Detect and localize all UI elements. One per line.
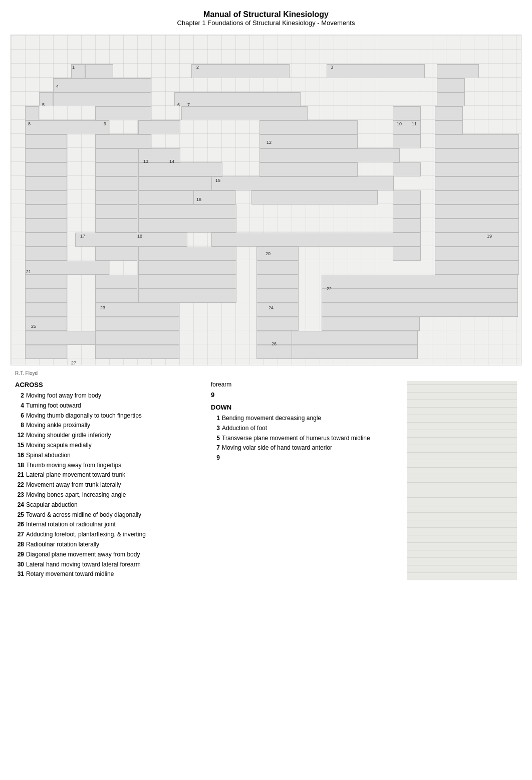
crossword-puzzle: 1 2 3 4 5 6 7 8 9 10 11 12 13 14 15 16 1… xyxy=(11,35,521,365)
across-clue-8: 8Moving ankle proximally xyxy=(15,421,201,430)
cell-cluster xyxy=(327,64,425,78)
cell-cluster xyxy=(256,289,299,303)
cell-cluster xyxy=(322,303,518,317)
cell-cluster xyxy=(95,134,151,148)
cn-11: 11 xyxy=(412,122,417,126)
clue-text: Movement away from trunk laterally xyxy=(26,481,201,489)
cell-cluster xyxy=(85,64,113,78)
down-heading: DOWN xyxy=(211,404,397,411)
cell-cluster xyxy=(181,106,308,120)
cell-cluster xyxy=(95,205,137,219)
cell-cluster xyxy=(95,303,179,317)
cn-2: 2 xyxy=(196,65,199,70)
clue-number: 1 xyxy=(211,414,220,423)
cell-cluster xyxy=(393,162,421,176)
clue-number: 24 xyxy=(15,501,24,509)
cell-cluster xyxy=(174,92,301,106)
cell-cluster xyxy=(437,78,465,92)
cell-cluster xyxy=(95,275,137,289)
clue-text: Toward & across midline of body diagonal… xyxy=(26,511,201,519)
down-column: forearm 9 DOWN 1Bending movement decreas… xyxy=(211,381,397,580)
cell-cluster xyxy=(259,162,358,176)
clue-number: 4 xyxy=(15,402,24,410)
clue-text: Lateral hand moving toward lateral forea… xyxy=(26,560,201,569)
cell-cluster xyxy=(393,219,421,233)
across-clue-15: 15Moving scapula medially xyxy=(15,441,201,450)
cell-cluster xyxy=(256,303,299,317)
across-clue-27: 27Adducting forefoot, plantarflexing, & … xyxy=(15,530,201,539)
across-clue-2: 2Moving foot away from body xyxy=(15,392,201,400)
cell-cluster xyxy=(25,219,67,233)
cn-17: 17 xyxy=(80,234,85,239)
cn-23: 23 xyxy=(100,306,105,310)
clue-text: Turning foot outward xyxy=(26,402,201,410)
cell-cluster xyxy=(25,190,67,205)
cell-cluster xyxy=(138,162,222,176)
cell-cluster xyxy=(25,303,67,317)
cell-cluster xyxy=(25,289,67,303)
cn-9: 9 xyxy=(104,122,106,126)
across-clue-16: 16Spinal abduction xyxy=(15,451,201,460)
across-clue-4: 4Turning foot outward xyxy=(15,402,201,410)
down-clue-1: 1Bending movement decreasing angle xyxy=(211,414,397,423)
across-clue-30: 30Lateral hand moving toward lateral for… xyxy=(15,560,201,569)
clue-number: 30 xyxy=(15,560,24,569)
cn-19: 19 xyxy=(487,234,492,239)
down-clue-5: 5Transverse plane movement of humerus to… xyxy=(211,434,397,443)
cell-cluster xyxy=(393,190,421,205)
cell-cluster xyxy=(25,176,67,190)
cell-cluster xyxy=(437,64,479,78)
across-clue-18: 18Thumb moving away from fingertips xyxy=(15,461,201,470)
clue-number: 21 xyxy=(15,471,24,479)
clue-text: Bending movement decreasing angle xyxy=(222,414,397,423)
cell-cluster xyxy=(138,120,180,134)
cell-cluster xyxy=(292,331,418,345)
clue-number: 18 xyxy=(15,461,24,470)
cn-13: 13 xyxy=(143,159,148,164)
cell-cluster xyxy=(393,134,421,148)
cell-cluster xyxy=(39,92,53,106)
cn-16: 16 xyxy=(196,198,201,202)
cn-10: 10 xyxy=(397,122,402,126)
down-clues-list: 1Bending movement decreasing angle3Adduc… xyxy=(211,414,397,462)
cell-cluster xyxy=(95,190,137,205)
cell-cluster xyxy=(259,148,400,162)
cell-cluster xyxy=(25,205,67,219)
cell-cluster xyxy=(138,176,222,190)
cell-cluster xyxy=(25,134,67,148)
cell-cluster xyxy=(256,275,299,289)
cell-cluster xyxy=(95,176,137,190)
clue-text: Moving bones apart, increasing angle xyxy=(26,491,201,499)
clue-number: 12 xyxy=(15,431,24,440)
cn-22: 22 xyxy=(327,287,332,291)
cell-cluster xyxy=(435,233,519,247)
cell-cluster xyxy=(25,247,67,261)
clue-number: 25 xyxy=(15,511,24,519)
down-clue-7: 7Moving volar side of hand toward anteri… xyxy=(211,444,397,452)
across-clue-29: 29Diagonal plane movement away from body xyxy=(15,550,201,559)
clue-text: Moving thumb diagonally to touch fingert… xyxy=(26,412,201,420)
cn-1: 1 xyxy=(72,65,75,70)
clue-number: 31 xyxy=(15,570,24,578)
page-subtitle: Chapter 1 Foundations of Structural Kine… xyxy=(10,19,522,27)
down-clue-3: 3Adduction of foot xyxy=(211,424,397,433)
cell-cluster xyxy=(95,219,137,233)
across-clue-31: 31Rotary movement toward midline xyxy=(15,570,201,578)
down-clue-9: 9 xyxy=(211,454,397,462)
cell-cluster xyxy=(95,247,137,261)
cell-cluster xyxy=(435,134,519,148)
cell-cluster xyxy=(25,120,109,134)
cn-6: 6 xyxy=(177,103,180,107)
down-9-label: 9 xyxy=(211,391,397,399)
page-header: Manual of Structural Kinesiology Chapter… xyxy=(10,10,522,27)
clue-number: 29 xyxy=(15,550,24,559)
cell-cluster xyxy=(138,289,236,303)
cn-20: 20 xyxy=(265,252,271,256)
cell-cluster xyxy=(435,205,519,219)
clue-number: 22 xyxy=(15,481,24,489)
clue-number: 7 xyxy=(211,444,220,452)
cell-cluster xyxy=(25,162,67,176)
across-clue-28: 28Radioulnar rotation laterally xyxy=(15,540,201,549)
cn-14: 14 xyxy=(169,159,174,164)
clue-text: Diagonal plane movement away from body xyxy=(26,550,201,559)
